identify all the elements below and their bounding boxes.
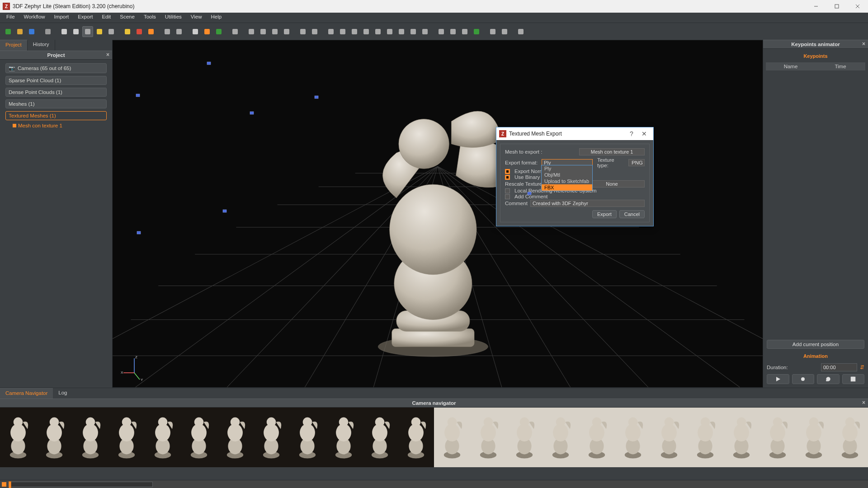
camera-thumbnail[interactable]	[687, 408, 723, 467]
duration-input[interactable]	[821, 363, 857, 371]
toolbar-circ1-icon[interactable]	[436, 26, 447, 37]
3d-viewport[interactable]: Z X Y Z Textured Mesh Export ? ✕ Mesh to…	[112, 40, 763, 388]
toolbar-sel8-icon[interactable]	[408, 26, 419, 37]
camera-thumbnail[interactable]	[326, 408, 362, 467]
dialog-help-button[interactable]: ?	[625, 130, 638, 137]
camera-thumbnail[interactable]	[145, 408, 181, 467]
camera-thumbnail[interactable]	[615, 408, 651, 467]
toolbar-pyr-r-icon[interactable]	[134, 26, 145, 37]
camera-thumbnail[interactable]	[542, 408, 579, 467]
camera-thumbnail[interactable]	[217, 408, 253, 467]
camera-thumbnail[interactable]	[398, 408, 434, 467]
menu-workflow[interactable]: Workflow	[19, 13, 50, 23]
duration-stepper-icon[interactable]: ⇵	[860, 364, 864, 371]
camera-thumbnail[interactable]	[289, 408, 326, 467]
export-normals-check[interactable]	[505, 169, 510, 174]
toolbar-camera-icon[interactable]	[42, 26, 53, 37]
camera-thumbnail[interactable]	[723, 408, 760, 467]
camera-gizmo-icon[interactable]	[206, 61, 212, 66]
toolbar-save-icon[interactable]	[26, 26, 37, 37]
toolbar-sel2-icon[interactable]	[337, 26, 348, 37]
camera-gizmo-icon[interactable]	[527, 191, 532, 196]
slider-handle[interactable]	[9, 481, 11, 488]
tab-log[interactable]: Log	[53, 388, 72, 399]
toolbar-new-icon[interactable]	[3, 26, 14, 37]
camera-thumbnail[interactable]	[72, 408, 108, 467]
menu-tools[interactable]: Tools	[139, 13, 160, 23]
project-dense[interactable]: Dense Point Clouds (1)	[5, 88, 107, 97]
toolbar-sel1-icon[interactable]	[326, 26, 336, 37]
menu-file[interactable]: File	[2, 13, 19, 23]
camera-thumbnail[interactable]	[832, 408, 868, 467]
toolbar-redo-icon[interactable]	[71, 26, 81, 37]
project-textured-item[interactable]: Mesh con texture 1	[13, 123, 107, 128]
toolbar-pts2-icon[interactable]	[174, 26, 184, 37]
binary-check[interactable]	[505, 175, 510, 180]
tab-project[interactable]: Project	[0, 40, 28, 51]
format-option-ply[interactable]: Ply	[542, 165, 592, 172]
toolbar-help-q-icon[interactable]	[515, 26, 526, 37]
toolbar-sel9-icon[interactable]	[420, 26, 430, 37]
toolbar-sel6-icon[interactable]	[384, 26, 395, 37]
tab-camera-navigator[interactable]: Camera Navigator	[0, 388, 53, 399]
close-icon[interactable]: ×	[106, 52, 109, 58]
toolbar-sel3-icon[interactable]	[349, 26, 360, 37]
camera-thumbnail[interactable]	[651, 408, 687, 467]
thumbnail-strip[interactable]	[0, 408, 868, 480]
cancel-button[interactable]: Cancel	[619, 210, 645, 218]
camera-thumbnail[interactable]	[36, 408, 72, 467]
record-button[interactable]	[792, 374, 815, 384]
maximize-button[interactable]	[826, 0, 847, 13]
toolbar-cube-w-icon[interactable]	[190, 26, 201, 37]
camera-thumbnail[interactable]	[181, 408, 217, 467]
tab-history[interactable]: History	[28, 40, 55, 51]
camera-gizmo-icon[interactable]	[136, 230, 142, 235]
toolbar-sel5-icon[interactable]	[373, 26, 383, 37]
format-option-obj[interactable]: Obj/Mtl	[542, 172, 592, 178]
toolbar-pts1-icon[interactable]	[162, 26, 173, 37]
camera-thumbnail[interactable]	[434, 408, 470, 467]
project-textured[interactable]: Textured Meshes (1)	[5, 111, 107, 120]
camera-thumbnail[interactable]	[796, 408, 832, 467]
menu-edit[interactable]: Edit	[97, 13, 115, 23]
minimize-button[interactable]	[806, 0, 826, 13]
save-anim-button[interactable]	[842, 374, 865, 384]
toolbar-open-icon[interactable]	[14, 26, 25, 37]
local-ref-check[interactable]	[505, 188, 510, 193]
camera-thumbnail[interactable]	[470, 408, 506, 467]
camera-thumbnail[interactable]	[253, 408, 289, 467]
camera-thumbnail[interactable]	[506, 408, 542, 467]
camera-gizmo-icon[interactable]	[222, 208, 227, 214]
project-meshes[interactable]: Meshes (1)	[5, 99, 107, 108]
toolbar-lightbox-icon[interactable]	[82, 26, 93, 37]
loop-button[interactable]	[817, 374, 840, 384]
toolbar-bulb-icon[interactable]	[94, 26, 105, 37]
toolbar-arr-undo-icon[interactable]	[297, 26, 308, 37]
toolbar-ball-g-icon[interactable]	[471, 26, 482, 37]
toolbar-mask-icon[interactable]	[499, 26, 510, 37]
comment-field[interactable]: Created with 3DF Zephyr	[530, 200, 645, 207]
menu-help[interactable]: Help	[207, 13, 226, 23]
toolbar-rect-d-icon[interactable]	[281, 26, 292, 37]
toolbar-wrench-icon[interactable]	[487, 26, 498, 37]
close-icon[interactable]: ×	[862, 41, 865, 47]
toolbar-grid-icon[interactable]	[230, 26, 241, 37]
camera-gizmo-icon[interactable]	[135, 93, 141, 98]
format-option-fbx[interactable]: FBX	[542, 184, 592, 191]
camera-thumbnail[interactable]	[760, 408, 796, 467]
menu-scene[interactable]: Scene	[115, 13, 139, 23]
menu-utilities[interactable]: Utilities	[160, 13, 186, 23]
toolbar-cube-g-icon[interactable]	[213, 26, 224, 37]
toolbar-pyr-o-icon[interactable]	[146, 26, 156, 37]
toolbar-rect-a-icon[interactable]	[246, 26, 257, 37]
format-option-sketchfab[interactable]: Upload to Sketchfab	[542, 178, 592, 184]
play-button[interactable]	[767, 374, 789, 384]
toolbar-undo-icon[interactable]	[59, 26, 70, 37]
project-cameras[interactable]: 📷 Cameras (65 out of 65)	[5, 63, 107, 73]
camera-thumbnail[interactable]	[579, 408, 615, 467]
camera-thumbnail[interactable]	[362, 408, 398, 467]
camera-gizmo-icon[interactable]	[314, 94, 319, 100]
mesh-field[interactable]: Mesh con texture 1	[579, 148, 645, 155]
toolbar-lightframe-icon[interactable]	[106, 26, 117, 37]
project-sparse[interactable]: Sparse Point Cloud (1)	[5, 76, 107, 85]
